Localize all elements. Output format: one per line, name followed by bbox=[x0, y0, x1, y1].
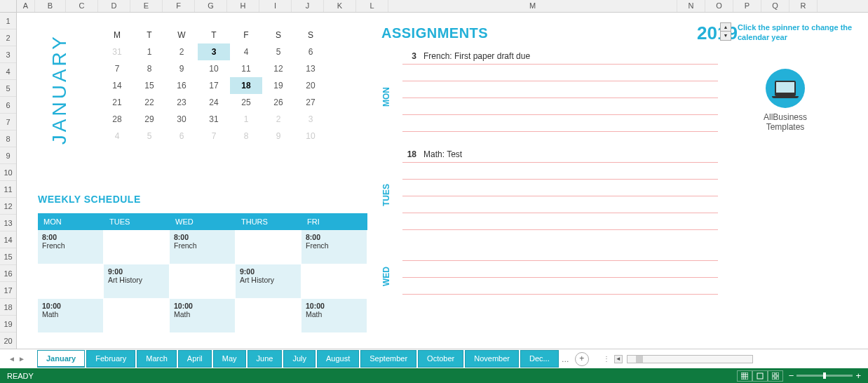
cal-day[interactable]: 24 bbox=[198, 94, 230, 111]
row-header[interactable]: 1 bbox=[0, 13, 16, 29]
assignment-line[interactable]: 3French: First paper draft due bbox=[402, 48, 718, 65]
cal-day[interactable]: 18 bbox=[230, 77, 262, 94]
row-header[interactable]: 17 bbox=[0, 282, 16, 299]
cal-day[interactable]: 31 bbox=[101, 43, 133, 60]
col-header[interactable]: C bbox=[66, 0, 98, 12]
weekly-cell[interactable] bbox=[301, 264, 367, 299]
weekly-cell[interactable] bbox=[104, 230, 170, 264]
weekly-cell[interactable]: 8:00French bbox=[301, 230, 367, 264]
sheet-tab[interactable]: March bbox=[137, 350, 177, 368]
cal-day[interactable]: 30 bbox=[165, 111, 198, 128]
spinner-down-button[interactable]: ▼ bbox=[721, 32, 731, 40]
cal-day[interactable]: 15 bbox=[133, 77, 165, 94]
col-header[interactable]: J bbox=[292, 0, 324, 12]
col-header[interactable]: P bbox=[733, 0, 761, 12]
cal-day[interactable]: 6 bbox=[165, 128, 198, 145]
row-header[interactable]: 10 bbox=[0, 164, 16, 181]
hscroll-left[interactable]: ◄ bbox=[614, 355, 623, 363]
tab-nav-next[interactable]: ► bbox=[17, 354, 27, 365]
col-header[interactable]: B bbox=[35, 0, 66, 12]
assignment-line[interactable] bbox=[402, 180, 718, 196]
row-header[interactable]: 9 bbox=[0, 147, 16, 164]
row-header[interactable]: 2 bbox=[0, 29, 16, 46]
col-header[interactable]: M bbox=[388, 0, 677, 12]
col-header[interactable]: R bbox=[789, 0, 818, 12]
add-sheet-button[interactable]: + bbox=[575, 352, 589, 366]
col-header[interactable]: G bbox=[195, 0, 227, 12]
weekly-cell[interactable]: 10:00Math bbox=[170, 299, 236, 333]
cal-day[interactable]: 9 bbox=[165, 60, 198, 77]
assignment-line[interactable]: 18Math: Test bbox=[402, 146, 718, 163]
row-header[interactable]: 20 bbox=[0, 332, 16, 349]
hscroll-track[interactable] bbox=[627, 355, 753, 363]
cal-day[interactable]: 1 bbox=[230, 111, 262, 128]
assignment-line[interactable] bbox=[402, 278, 718, 295]
assignment-line[interactable] bbox=[402, 98, 718, 115]
row-header[interactable]: 7 bbox=[0, 114, 16, 130]
cal-day[interactable]: 10 bbox=[294, 128, 327, 145]
assignment-line[interactable] bbox=[402, 163, 718, 180]
zoom-in-button[interactable]: + bbox=[855, 370, 861, 381]
sheet-tab[interactable]: April bbox=[178, 350, 212, 368]
cal-day[interactable]: 26 bbox=[262, 94, 294, 111]
worksheet-area[interactable]: JANUARY MTWTFSS3112345678910111213141516… bbox=[17, 13, 868, 349]
row-header[interactable]: 16 bbox=[0, 265, 16, 282]
col-header[interactable]: N bbox=[677, 0, 705, 12]
col-header[interactable]: E bbox=[130, 0, 163, 12]
page-break-view-button[interactable] bbox=[768, 370, 783, 382]
col-header[interactable]: O bbox=[705, 0, 733, 12]
assignment-line[interactable] bbox=[402, 196, 718, 213]
page-layout-view-button[interactable] bbox=[752, 370, 768, 382]
cal-day[interactable]: 20 bbox=[294, 77, 327, 94]
zoom-out-button[interactable]: − bbox=[789, 370, 794, 381]
row-header[interactable]: 12 bbox=[0, 198, 16, 215]
assignment-line[interactable] bbox=[402, 244, 718, 261]
cal-day[interactable]: 11 bbox=[230, 60, 262, 77]
hscroll-thumb[interactable] bbox=[636, 356, 643, 363]
cal-day[interactable]: 17 bbox=[198, 77, 230, 94]
sheet-tab[interactable]: May bbox=[213, 350, 246, 368]
cal-day[interactable]: 9 bbox=[262, 128, 294, 145]
cal-day[interactable]: 3 bbox=[198, 43, 230, 60]
row-header[interactable]: 8 bbox=[0, 130, 16, 147]
row-header[interactable]: 19 bbox=[0, 316, 16, 332]
col-header[interactable]: K bbox=[324, 0, 356, 12]
row-header[interactable]: 18 bbox=[0, 299, 16, 316]
weekly-cell[interactable] bbox=[170, 264, 236, 299]
col-header[interactable]: H bbox=[227, 0, 259, 12]
cal-day[interactable]: 2 bbox=[165, 43, 198, 60]
col-header[interactable]: I bbox=[259, 0, 292, 12]
assignment-line[interactable] bbox=[402, 81, 718, 98]
col-header[interactable]: L bbox=[356, 0, 388, 12]
cal-day[interactable]: 12 bbox=[262, 60, 294, 77]
weekly-cell[interactable]: 10:00Math bbox=[301, 299, 367, 333]
cal-day[interactable]: 29 bbox=[133, 111, 165, 128]
cal-day[interactable]: 25 bbox=[230, 94, 262, 111]
cal-day[interactable]: 8 bbox=[133, 60, 165, 77]
cal-day[interactable]: 7 bbox=[198, 128, 230, 145]
normal-view-button[interactable] bbox=[737, 370, 752, 382]
cal-day[interactable]: 3 bbox=[294, 111, 327, 128]
row-header[interactable]: 15 bbox=[0, 248, 16, 265]
sheet-tab[interactable]: August bbox=[317, 350, 359, 368]
spinner-up-button[interactable]: ▲ bbox=[721, 23, 731, 32]
weekly-cell[interactable] bbox=[38, 264, 104, 299]
col-header[interactable]: Q bbox=[761, 0, 789, 12]
weekly-cell[interactable] bbox=[104, 299, 170, 333]
cal-day[interactable]: 28 bbox=[101, 111, 133, 128]
cal-day[interactable]: 16 bbox=[165, 77, 198, 94]
tab-resize-handle[interactable]: ⋮ bbox=[603, 355, 610, 363]
cal-day[interactable]: 14 bbox=[101, 77, 133, 94]
row-header[interactable]: 5 bbox=[0, 80, 16, 97]
cal-day[interactable]: 4 bbox=[230, 43, 262, 60]
zoom-slider[interactable] bbox=[796, 375, 853, 377]
row-header[interactable]: 6 bbox=[0, 97, 16, 114]
weekly-cell[interactable]: 9:00Art History bbox=[236, 264, 301, 299]
cal-day[interactable]: 7 bbox=[101, 60, 133, 77]
cal-day[interactable]: 27 bbox=[294, 94, 327, 111]
weekly-cell[interactable]: 9:00Art History bbox=[104, 264, 170, 299]
assignment-line[interactable] bbox=[402, 65, 718, 81]
cal-day[interactable]: 23 bbox=[165, 94, 198, 111]
sheet-tab[interactable]: July bbox=[283, 350, 316, 368]
cal-day[interactable]: 13 bbox=[294, 60, 327, 77]
